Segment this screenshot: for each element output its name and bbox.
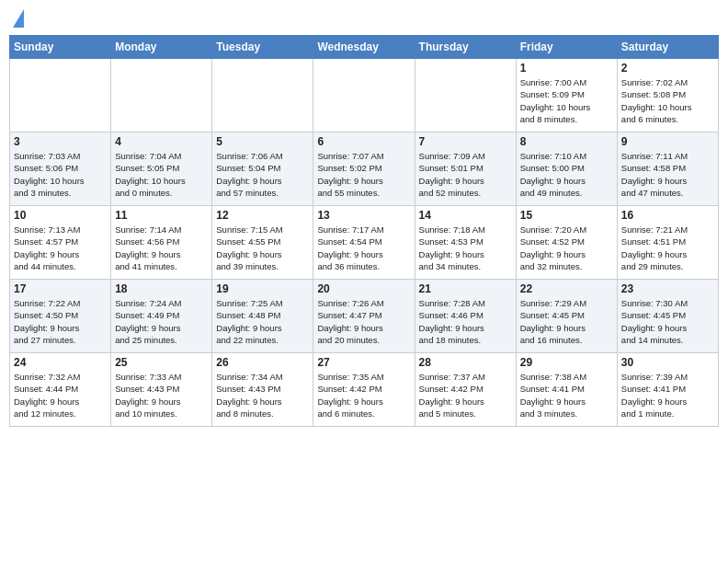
calendar-day-cell: 13Sunrise: 7:17 AM Sunset: 4:54 PM Dayli… [313,206,415,280]
calendar-day-cell: 14Sunrise: 7:18 AM Sunset: 4:53 PM Dayli… [415,206,516,280]
day-number: 10 [14,209,107,222]
day-info: Sunrise: 7:00 AM Sunset: 5:09 PM Dayligh… [520,76,613,125]
calendar-day-cell: 23Sunrise: 7:30 AM Sunset: 4:45 PM Dayli… [617,280,718,353]
calendar-day-cell: 8Sunrise: 7:10 AM Sunset: 5:00 PM Daylig… [516,132,617,206]
calendar-day-cell: 5Sunrise: 7:06 AM Sunset: 5:04 PM Daylig… [212,132,313,206]
day-info: Sunrise: 7:38 AM Sunset: 4:41 PM Dayligh… [520,371,613,419]
day-number: 12 [216,209,309,222]
day-number: 14 [419,209,512,222]
day-number: 4 [115,135,208,148]
day-info: Sunrise: 7:34 AM Sunset: 4:43 PM Dayligh… [216,371,309,419]
day-header-thursday: Thursday [415,36,516,59]
calendar-day-cell: 16Sunrise: 7:21 AM Sunset: 4:51 PM Dayli… [617,206,718,280]
day-number: 2 [621,62,714,75]
calendar-day-cell: 30Sunrise: 7:39 AM Sunset: 4:41 PM Dayli… [617,353,718,427]
day-info: Sunrise: 7:37 AM Sunset: 4:42 PM Dayligh… [419,371,512,419]
day-number: 7 [419,135,512,148]
day-info: Sunrise: 7:21 AM Sunset: 4:51 PM Dayligh… [621,224,714,272]
day-info: Sunrise: 7:04 AM Sunset: 5:05 PM Dayligh… [115,150,208,199]
calendar-day-cell: 29Sunrise: 7:38 AM Sunset: 4:41 PM Dayli… [516,353,617,427]
day-number: 6 [317,135,410,148]
calendar-week-row: 10Sunrise: 7:13 AM Sunset: 4:57 PM Dayli… [10,206,719,280]
calendar-day-cell: 25Sunrise: 7:33 AM Sunset: 4:43 PM Dayli… [111,353,212,427]
calendar-table: SundayMondayTuesdayWednesdayThursdayFrid… [9,35,719,427]
day-info: Sunrise: 7:28 AM Sunset: 4:46 PM Dayligh… [419,297,512,346]
calendar-day-cell [111,59,212,132]
calendar-week-row: 3Sunrise: 7:03 AM Sunset: 5:06 PM Daylig… [10,132,719,206]
calendar-day-cell: 21Sunrise: 7:28 AM Sunset: 4:46 PM Dayli… [415,280,516,353]
day-info: Sunrise: 7:29 AM Sunset: 4:45 PM Dayligh… [520,297,613,346]
day-number: 8 [520,135,613,148]
calendar-day-cell: 10Sunrise: 7:13 AM Sunset: 4:57 PM Dayli… [10,206,111,280]
calendar-day-cell: 22Sunrise: 7:29 AM Sunset: 4:45 PM Dayli… [516,280,617,353]
day-header-monday: Monday [111,36,212,59]
day-number: 25 [115,356,208,369]
calendar-day-cell: 20Sunrise: 7:26 AM Sunset: 4:47 PM Dayli… [313,280,415,353]
calendar-day-cell: 7Sunrise: 7:09 AM Sunset: 5:01 PM Daylig… [415,132,516,206]
calendar-header-row: SundayMondayTuesdayWednesdayThursdayFrid… [10,36,719,59]
day-number: 5 [216,135,309,148]
calendar-day-cell: 1Sunrise: 7:00 AM Sunset: 5:09 PM Daylig… [516,59,617,132]
calendar-day-cell: 19Sunrise: 7:25 AM Sunset: 4:48 PM Dayli… [212,280,313,353]
day-header-saturday: Saturday [617,36,718,59]
day-number: 24 [14,356,107,369]
day-info: Sunrise: 7:35 AM Sunset: 4:42 PM Dayligh… [317,371,410,419]
calendar-day-cell [10,59,111,132]
day-number: 18 [115,282,208,295]
calendar-week-row: 17Sunrise: 7:22 AM Sunset: 4:50 PM Dayli… [10,280,719,353]
day-info: Sunrise: 7:15 AM Sunset: 4:55 PM Dayligh… [216,224,309,272]
calendar-day-cell [313,59,415,132]
day-info: Sunrise: 7:14 AM Sunset: 4:56 PM Dayligh… [115,224,208,272]
logo-triangle-icon [13,9,24,28]
day-number: 23 [621,282,714,295]
calendar-day-cell: 17Sunrise: 7:22 AM Sunset: 4:50 PM Dayli… [10,280,111,353]
day-info: Sunrise: 7:06 AM Sunset: 5:04 PM Dayligh… [216,150,309,199]
day-number: 21 [419,282,512,295]
day-number: 17 [14,282,107,295]
day-number: 15 [520,209,613,222]
calendar-day-cell: 27Sunrise: 7:35 AM Sunset: 4:42 PM Dayli… [313,353,415,427]
day-info: Sunrise: 7:32 AM Sunset: 4:44 PM Dayligh… [14,371,107,419]
day-header-tuesday: Tuesday [212,36,313,59]
calendar-day-cell: 3Sunrise: 7:03 AM Sunset: 5:06 PM Daylig… [10,132,111,206]
day-info: Sunrise: 7:13 AM Sunset: 4:57 PM Dayligh… [14,224,107,272]
day-number: 19 [216,282,309,295]
day-number: 22 [520,282,613,295]
day-number: 11 [115,209,208,222]
day-number: 9 [621,135,714,148]
day-number: 3 [14,135,107,148]
day-number: 13 [317,209,410,222]
day-info: Sunrise: 7:10 AM Sunset: 5:00 PM Dayligh… [520,150,613,199]
day-info: Sunrise: 7:26 AM Sunset: 4:47 PM Dayligh… [317,297,410,346]
day-info: Sunrise: 7:24 AM Sunset: 4:49 PM Dayligh… [115,297,208,346]
day-info: Sunrise: 7:20 AM Sunset: 4:52 PM Dayligh… [520,224,613,272]
day-info: Sunrise: 7:39 AM Sunset: 4:41 PM Dayligh… [621,371,714,419]
calendar-day-cell: 9Sunrise: 7:11 AM Sunset: 4:58 PM Daylig… [617,132,718,206]
day-number: 29 [520,356,613,369]
day-header-sunday: Sunday [10,36,111,59]
day-number: 26 [216,356,309,369]
day-number: 30 [621,356,714,369]
calendar-day-cell: 4Sunrise: 7:04 AM Sunset: 5:05 PM Daylig… [111,132,212,206]
header [9,9,719,29]
calendar-day-cell: 11Sunrise: 7:14 AM Sunset: 4:56 PM Dayli… [111,206,212,280]
day-info: Sunrise: 7:30 AM Sunset: 4:45 PM Dayligh… [621,297,714,346]
day-info: Sunrise: 7:22 AM Sunset: 4:50 PM Dayligh… [14,297,107,346]
day-header-wednesday: Wednesday [313,36,415,59]
calendar-day-cell: 6Sunrise: 7:07 AM Sunset: 5:02 PM Daylig… [313,132,415,206]
day-number: 28 [419,356,512,369]
day-info: Sunrise: 7:09 AM Sunset: 5:01 PM Dayligh… [419,150,512,199]
calendar-day-cell: 24Sunrise: 7:32 AM Sunset: 4:44 PM Dayli… [10,353,111,427]
day-info: Sunrise: 7:17 AM Sunset: 4:54 PM Dayligh… [317,224,410,272]
calendar-day-cell [212,59,313,132]
day-info: Sunrise: 7:02 AM Sunset: 5:08 PM Dayligh… [621,76,714,125]
calendar-week-row: 24Sunrise: 7:32 AM Sunset: 4:44 PM Dayli… [10,353,719,427]
day-number: 16 [621,209,714,222]
day-header-friday: Friday [516,36,617,59]
day-info: Sunrise: 7:18 AM Sunset: 4:53 PM Dayligh… [419,224,512,272]
calendar-day-cell: 12Sunrise: 7:15 AM Sunset: 4:55 PM Dayli… [212,206,313,280]
calendar-day-cell: 15Sunrise: 7:20 AM Sunset: 4:52 PM Dayli… [516,206,617,280]
calendar-week-row: 1Sunrise: 7:00 AM Sunset: 5:09 PM Daylig… [10,59,719,132]
day-number: 1 [520,62,613,75]
day-info: Sunrise: 7:07 AM Sunset: 5:02 PM Dayligh… [317,150,410,199]
